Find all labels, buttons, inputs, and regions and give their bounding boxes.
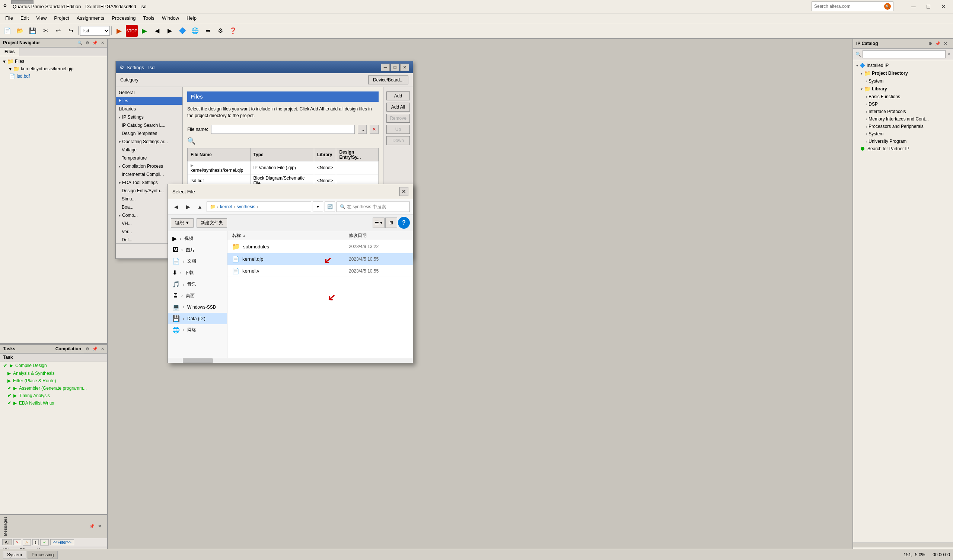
start-btn[interactable]: ▶	[138, 25, 151, 37]
redo-btn[interactable]: ↪	[65, 25, 77, 37]
settings-close-btn[interactable]: ✕	[400, 63, 409, 71]
ip-processors[interactable]: › Processors and Peripherals	[853, 123, 953, 130]
cat-general[interactable]: General	[116, 88, 182, 97]
settings-max-btn[interactable]: □	[391, 63, 399, 71]
sidebar-downloads[interactable]: ⬇ › 下载	[168, 267, 227, 278]
nav-up-btn[interactable]: ▲	[195, 202, 205, 212]
cat-ip-settings[interactable]: ▾ IP Settings	[116, 113, 182, 121]
fm-list-view-btn[interactable]: ☰ ▾	[373, 218, 385, 228]
col-name-header[interactable]: 名称 ▲	[232, 232, 349, 239]
ip-h-scroll-thumb[interactable]	[11, 0, 34, 4]
titlebar-search-box[interactable]: 🔍	[812, 2, 893, 11]
menu-view[interactable]: View	[33, 14, 50, 22]
open-btn[interactable]: 📂	[14, 25, 26, 37]
cat-libraries[interactable]: Libraries	[116, 105, 182, 113]
nav-search-box[interactable]: 🔍	[337, 201, 410, 212]
panel-search-icon[interactable]: 🔍	[77, 40, 83, 46]
file-row-kernel-v[interactable]: 📄 kernel.v 2023/4/5 10:55	[227, 265, 413, 277]
status-tab-processing[interactable]: Processing	[28, 551, 58, 559]
search-altera-input[interactable]	[814, 4, 884, 9]
menu-window[interactable]: Window	[158, 14, 183, 22]
cat-operating-settings[interactable]: ▾ Operating Settings ar...	[116, 138, 182, 146]
tab-files[interactable]: Files	[0, 48, 19, 56]
compile-btn[interactable]: ▶	[113, 25, 125, 37]
ip-system-lib[interactable]: › System	[853, 130, 953, 138]
menu-project[interactable]: Project	[50, 14, 73, 22]
file-name-input[interactable]	[211, 125, 355, 134]
add-btn[interactable]: Add	[386, 91, 410, 101]
project-combo[interactable]: lsd	[80, 26, 110, 36]
cat-compilation-process[interactable]: ▾ Compilation Process	[116, 162, 182, 170]
task-timing[interactable]: ✔ ▶ Timing Analysis	[0, 392, 107, 399]
chip-btn[interactable]: 🔷	[177, 25, 188, 37]
settings-toolbar-btn[interactable]: ⚙	[214, 25, 226, 37]
panel-settings-icon[interactable]: ⚙	[84, 40, 91, 46]
ip-basic-functions[interactable]: › Basic Functions	[853, 93, 953, 101]
stop-btn[interactable]: STOP	[126, 25, 138, 37]
ip-search-partner[interactable]: Search for Partner IP	[853, 145, 953, 152]
menu-file[interactable]: File	[2, 14, 17, 22]
cat-ip-catalog-search[interactable]: IP Catalog Search L...	[116, 121, 182, 129]
add-all-btn[interactable]: Add All	[386, 103, 410, 111]
vertical-messages-label[interactable]: Messages	[3, 517, 8, 536]
new-btn[interactable]: 📄	[2, 25, 13, 37]
sidebar-windows-ssd[interactable]: 💻 › Windows-SSD	[168, 301, 227, 313]
sidebar-documents[interactable]: 📄 › 文档	[168, 255, 227, 267]
tasks-pin-icon[interactable]: 📌	[92, 346, 98, 353]
maximize-button[interactable]: □	[922, 2, 935, 12]
tree-kernel-qip[interactable]: ▾ 📁 kernel/synthesis/kernel.qip	[0, 65, 107, 73]
menu-assignments[interactable]: Assignments	[73, 14, 108, 22]
undo-btn[interactable]: ↩	[52, 25, 64, 37]
ip-dsp[interactable]: › DSP	[853, 101, 953, 108]
save-btn[interactable]: 💾	[27, 25, 39, 37]
sidebar-video[interactable]: ▶ › 视频	[168, 233, 227, 244]
select-file-close-btn[interactable]: ✕	[399, 187, 408, 196]
cat-temperature[interactable]: Temperature	[116, 154, 182, 162]
filter-ok-btn[interactable]: ✓	[40, 539, 49, 546]
nav-path-synthesis[interactable]: synthesis	[237, 204, 255, 209]
fwd-btn[interactable]: ▶	[164, 25, 176, 37]
network-btn[interactable]: 🌐	[189, 25, 201, 37]
nav-forward-btn[interactable]: ▶	[183, 202, 193, 212]
task-assembler[interactable]: ✔ ▶ Assembler (Generate programm...	[0, 385, 107, 392]
settings-min-btn[interactable]: ─	[381, 63, 390, 71]
tree-lsd-bdf[interactable]: 📄 lsd.bdf	[0, 73, 107, 80]
file-row-kernel[interactable]: ▶ kernel/synthesis/kernel.qip IP Variati…	[188, 161, 379, 175]
filter-custom-btn[interactable]: <<Filter>>	[50, 539, 74, 545]
ip-system-proj[interactable]: › System	[853, 77, 953, 85]
ip-search-input[interactable]	[863, 50, 945, 58]
h-scrollbar-thumb[interactable]	[183, 359, 213, 363]
sidebar-pictures[interactable]: 🖼 › 图片	[168, 244, 227, 255]
ip-close-icon[interactable]: ✕	[942, 40, 948, 47]
new-folder-btn[interactable]: 新建文件夹	[197, 218, 227, 227]
cat-voltage[interactable]: Voltage	[116, 146, 182, 154]
project-navigator-header[interactable]: Project Navigator	[0, 39, 77, 47]
device-board-btn[interactable]: Device/Board...	[368, 76, 408, 84]
search-submit-btn[interactable]: 🔍	[884, 3, 891, 10]
back-btn[interactable]: ◀	[151, 25, 163, 37]
fm-help-btn[interactable]: ?	[398, 217, 410, 229]
sidebar-music[interactable]: 🎵 › 音乐	[168, 278, 227, 290]
nav-back-btn[interactable]: ◀	[171, 202, 181, 212]
fm-detail-view-btn[interactable]: ⊞	[385, 218, 397, 228]
ip-settings-icon[interactable]: ⚙	[927, 40, 934, 47]
ip-pin-icon[interactable]: 📌	[934, 40, 941, 47]
msg-close-icon[interactable]: ✕	[96, 523, 103, 529]
ip-university-program[interactable]: › University Program	[853, 138, 953, 145]
down-btn[interactable]: Down	[386, 136, 410, 145]
ip-library[interactable]: ▾ 📁 Library	[853, 85, 953, 93]
up-btn[interactable]: Up	[386, 125, 410, 134]
organize-btn[interactable]: 组织 ▼	[171, 218, 194, 227]
filter-info-btn[interactable]: !	[33, 539, 39, 545]
ip-clear-search-icon[interactable]: ✕	[947, 52, 951, 57]
filter-all-btn[interactable]: All	[2, 539, 12, 545]
cat-files[interactable]: Files	[116, 97, 182, 105]
sidebar-desktop[interactable]: 🖥 › 桌面	[168, 290, 227, 301]
file-row-submodules[interactable]: 📁 submodules 2023/4/9 13:22	[227, 240, 413, 253]
menu-help[interactable]: Help	[183, 14, 200, 22]
tasks-settings-icon[interactable]: ⚙	[84, 346, 91, 353]
ip-interface-protocols[interactable]: › Interface Protocols	[853, 108, 953, 115]
task-eda[interactable]: ✔ ▶ EDA Netlist Writer	[0, 399, 107, 407]
menu-processing[interactable]: Processing	[108, 14, 139, 22]
menu-tools[interactable]: Tools	[140, 14, 158, 22]
